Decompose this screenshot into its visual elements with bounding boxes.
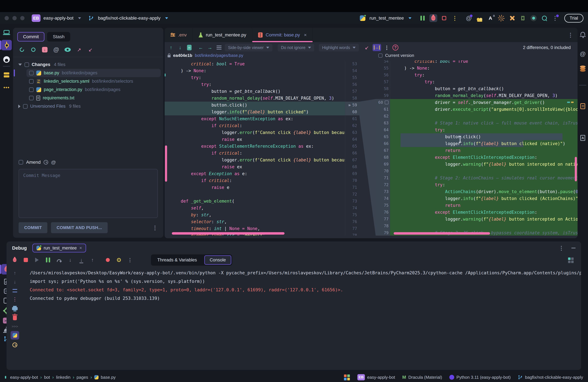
- scroll-down-icon[interactable]: ↓: [10, 278, 20, 286]
- commit-history-icon[interactable]: [44, 160, 48, 165]
- diff-code-row[interactable]: selector: str,76: [165, 218, 359, 225]
- diff-code-row[interactable]: 78: [376, 223, 578, 229]
- tab-threads-variables[interactable]: Threads & Variables: [152, 255, 202, 265]
- diff-code-row[interactable]: 72 try:: [376, 181, 578, 188]
- next-difference-icon[interactable]: ↓: [177, 44, 184, 51]
- scrollbar[interactable]: [165, 146, 167, 182]
- unversioned-checkbox[interactable]: [23, 104, 28, 109]
- github-icon[interactable]: [1, 54, 12, 65]
- debug-session-tab[interactable]: run_test_mentee ×: [32, 244, 86, 253]
- tab-env[interactable]: .env: [165, 28, 193, 42]
- trial-badge[interactable]: Trial: [564, 14, 584, 22]
- todo-tool-icon[interactable]: [578, 101, 588, 111]
- tab-stash[interactable]: Stash: [47, 32, 70, 42]
- diff-code-row[interactable]: raise e71: [165, 184, 359, 191]
- commit-and-push-button[interactable]: COMMIT AND PUSH...: [51, 222, 107, 233]
- layout-settings-icon[interactable]: [568, 257, 570, 260]
- diff-code-row[interactable]: raise ex64: [165, 136, 359, 143]
- expand-all-icon[interactable]: ↗: [76, 46, 82, 53]
- commit-message-input[interactable]: Commit Message: [19, 169, 158, 218]
- diff-file-path[interactable]: bot/linkedin/pages/base.py: [195, 53, 243, 58]
- ai-assistant-tool-icon[interactable]: @: [578, 49, 588, 59]
- grid-logo-icon[interactable]: [344, 375, 347, 377]
- print-icon[interactable]: [10, 305, 20, 312]
- step-into-icon[interactable]: ↓: [67, 257, 74, 263]
- commit-options-icon[interactable]: @: [51, 159, 56, 165]
- diff-code-row[interactable]: 73 ActionChains(driver).move_to_element(…: [376, 188, 578, 195]
- diff-code-row[interactable]: logger.error(f'Cannot click {label} butt…: [165, 156, 359, 163]
- preview-diff-icon[interactable]: [64, 46, 71, 53]
- breadcrumb-item[interactable]: pages: [77, 375, 88, 380]
- refresh-icon[interactable]: [19, 46, 25, 53]
- diff-code-row[interactable]: if critical:62: [165, 122, 359, 129]
- status-interpreter[interactable]: Python 3.11 (easy-apply-bot): [449, 375, 511, 380]
- search-everywhere-icon[interactable]: [541, 14, 548, 22]
- scrollbar[interactable]: [394, 232, 490, 235]
- group-by-icon[interactable]: @: [53, 46, 60, 53]
- jump-to-source-icon[interactable]: ‹›: [186, 44, 193, 51]
- current-version-checkbox[interactable]: [378, 53, 382, 58]
- breadcrumb-item[interactable]: linkedin: [56, 375, 70, 380]
- debug-toolbar-more-icon[interactable]: ⋮: [127, 257, 133, 263]
- project-tool-icon[interactable]: [1, 27, 12, 37]
- step-out-icon[interactable]: ↑: [89, 257, 96, 263]
- tab-console[interactable]: Console: [204, 255, 231, 265]
- compare-list-icon[interactable]: [216, 44, 222, 51]
- diff-pane-current[interactable]: 54 critical: bool = True55 ) -> None:56 …: [376, 61, 578, 236]
- diff-code-row[interactable]: 60 driver = self._browser_manager.get_dr…: [376, 99, 578, 106]
- diff-code-row[interactable]: 68 except ElementClickInterceptedExcepti…: [376, 154, 578, 161]
- diff-code-row[interactable]: 62: [376, 113, 578, 120]
- changes-group-row[interactable]: Changes 4 files: [16, 61, 161, 69]
- debug-button[interactable]: [429, 14, 437, 22]
- amend-checkbox[interactable]: [19, 160, 23, 165]
- translate-icon[interactable]: A: [486, 14, 494, 22]
- build-tools-icon[interactable]: [508, 14, 516, 22]
- changes-checkbox[interactable]: [24, 63, 29, 67]
- more-tools-icon[interactable]: •••: [1, 82, 12, 93]
- diff-code-row[interactable]: 61 driver.execute_script("arguments[0].s…: [376, 106, 578, 113]
- settings-menu-icon[interactable]: ⋮: [551, 14, 559, 22]
- previous-change-icon[interactable]: ←: [197, 44, 204, 51]
- diff-code-row[interactable]: except Exception as e:69: [165, 170, 359, 177]
- next-change-icon[interactable]: →: [207, 44, 213, 51]
- soft-wrap-icon[interactable]: [10, 287, 20, 295]
- collapse-all-icon[interactable]: ↙: [87, 46, 94, 53]
- structure-tool-icon[interactable]: [1, 70, 12, 80]
- diff-code-row[interactable]: timeout: int | None = None,77: [165, 225, 359, 232]
- record-icon[interactable]: [530, 14, 538, 22]
- diff-code-row[interactable]: 74 logger.info(f"{label} button clicked …: [376, 195, 578, 202]
- diff-code-row[interactable]: 66 logger.info(f"{label} button clicked …: [376, 140, 578, 147]
- console-output[interactable]: /Users/miroslavpeskov/Desktop/EasyWork/e…: [30, 265, 581, 303]
- diff-code-row[interactable]: 72: [165, 191, 359, 198]
- file-checkbox[interactable]: [29, 96, 34, 100]
- force-step-into-icon[interactable]: ↓: [78, 257, 84, 263]
- highlight-dropdown[interactable]: Highlight words: [319, 44, 359, 51]
- clear-console-icon[interactable]: [10, 314, 20, 321]
- viewer-mode-dropdown[interactable]: Side-by-side viewer: [225, 44, 273, 51]
- diff-code-row[interactable]: logger.error(f'Cannot click {label} butt…: [165, 129, 359, 136]
- diff-more-icon[interactable]: ⋮: [383, 44, 390, 51]
- run-config-selector[interactable]: run_test_mentee: [369, 16, 404, 21]
- diff-code-row[interactable]: except StaleElementReferenceException as…: [165, 143, 359, 150]
- breadcrumb-item[interactable]: base.py: [101, 375, 116, 380]
- diff-code-row[interactable]: 63 # Stage 1: native click — full mouse …: [376, 120, 578, 127]
- changed-file-row[interactable]: requirements.txt: [26, 94, 161, 102]
- scrollbar[interactable]: [172, 232, 285, 235]
- file-checkbox[interactable]: [29, 71, 34, 75]
- previous-difference-icon[interactable]: ↑: [168, 44, 174, 51]
- diff-code-row[interactable]: 58 button = get_btn_callback(): [376, 85, 578, 92]
- diff-code-row[interactable]: random_normal_delay(self.MIN_DELAY_PAGE_…: [165, 95, 359, 102]
- file-checkbox[interactable]: [29, 87, 34, 92]
- diff-code-row[interactable]: if critical:70: [165, 177, 359, 184]
- diff-code-row[interactable]: logger.info(f"{label} button clicked")60: [165, 108, 359, 115]
- stop-icon[interactable]: [22, 257, 29, 263]
- diff-code-row[interactable]: 64 try:: [376, 127, 578, 133]
- ai-assistant-icon[interactable]: @: [465, 14, 473, 22]
- diff-code-row[interactable]: critical: bool = True53: [165, 61, 359, 67]
- diff-code-row[interactable]: 54 critical: bool = True: [376, 61, 578, 65]
- diff-code-row[interactable]: 75 return: [376, 202, 578, 209]
- close-icon[interactable]: ×: [304, 32, 307, 38]
- diff-code-row[interactable]: 76 except ElementClickInterceptedExcepti…: [376, 209, 578, 216]
- breadcrumb-item[interactable]: easy-apply-bot: [10, 375, 38, 380]
- status-branch[interactable]: bagfix/not-clickable-easy-apply: [518, 375, 583, 380]
